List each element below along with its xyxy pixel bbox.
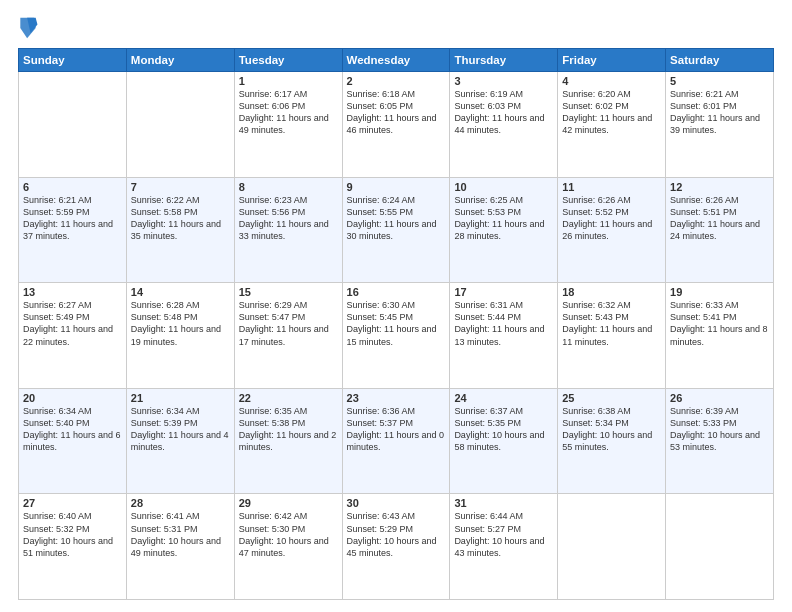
day-number: 16 — [347, 286, 446, 298]
calendar-cell: 15Sunrise: 6:29 AM Sunset: 5:47 PM Dayli… — [234, 283, 342, 389]
day-info: Sunrise: 6:33 AM Sunset: 5:41 PM Dayligh… — [670, 299, 769, 348]
calendar-week-row: 20Sunrise: 6:34 AM Sunset: 5:40 PM Dayli… — [19, 388, 774, 494]
day-number: 4 — [562, 75, 661, 87]
day-number: 8 — [239, 181, 338, 193]
calendar-week-row: 6Sunrise: 6:21 AM Sunset: 5:59 PM Daylig… — [19, 177, 774, 283]
day-number: 23 — [347, 392, 446, 404]
day-number: 19 — [670, 286, 769, 298]
col-tuesday: Tuesday — [234, 49, 342, 72]
day-info: Sunrise: 6:22 AM Sunset: 5:58 PM Dayligh… — [131, 194, 230, 243]
day-number: 30 — [347, 497, 446, 509]
logo-icon — [18, 16, 38, 40]
day-info: Sunrise: 6:26 AM Sunset: 5:52 PM Dayligh… — [562, 194, 661, 243]
day-number: 7 — [131, 181, 230, 193]
calendar-cell: 6Sunrise: 6:21 AM Sunset: 5:59 PM Daylig… — [19, 177, 127, 283]
day-number: 11 — [562, 181, 661, 193]
day-info: Sunrise: 6:21 AM Sunset: 5:59 PM Dayligh… — [23, 194, 122, 243]
calendar-cell: 13Sunrise: 6:27 AM Sunset: 5:49 PM Dayli… — [19, 283, 127, 389]
day-info: Sunrise: 6:20 AM Sunset: 6:02 PM Dayligh… — [562, 88, 661, 137]
day-info: Sunrise: 6:25 AM Sunset: 5:53 PM Dayligh… — [454, 194, 553, 243]
day-number: 14 — [131, 286, 230, 298]
calendar-cell: 30Sunrise: 6:43 AM Sunset: 5:29 PM Dayli… — [342, 494, 450, 600]
calendar-cell: 11Sunrise: 6:26 AM Sunset: 5:52 PM Dayli… — [558, 177, 666, 283]
calendar-cell: 16Sunrise: 6:30 AM Sunset: 5:45 PM Dayli… — [342, 283, 450, 389]
calendar-cell: 5Sunrise: 6:21 AM Sunset: 6:01 PM Daylig… — [666, 72, 774, 178]
calendar-cell: 27Sunrise: 6:40 AM Sunset: 5:32 PM Dayli… — [19, 494, 127, 600]
calendar-cell — [19, 72, 127, 178]
day-number: 26 — [670, 392, 769, 404]
day-info: Sunrise: 6:41 AM Sunset: 5:31 PM Dayligh… — [131, 510, 230, 559]
day-number: 29 — [239, 497, 338, 509]
day-info: Sunrise: 6:32 AM Sunset: 5:43 PM Dayligh… — [562, 299, 661, 348]
day-number: 27 — [23, 497, 122, 509]
calendar-cell: 26Sunrise: 6:39 AM Sunset: 5:33 PM Dayli… — [666, 388, 774, 494]
calendar-cell: 8Sunrise: 6:23 AM Sunset: 5:56 PM Daylig… — [234, 177, 342, 283]
calendar-cell: 22Sunrise: 6:35 AM Sunset: 5:38 PM Dayli… — [234, 388, 342, 494]
calendar-week-row: 1Sunrise: 6:17 AM Sunset: 6:06 PM Daylig… — [19, 72, 774, 178]
day-number: 24 — [454, 392, 553, 404]
col-friday: Friday — [558, 49, 666, 72]
col-sunday: Sunday — [19, 49, 127, 72]
calendar-cell: 2Sunrise: 6:18 AM Sunset: 6:05 PM Daylig… — [342, 72, 450, 178]
day-info: Sunrise: 6:36 AM Sunset: 5:37 PM Dayligh… — [347, 405, 446, 454]
calendar-header-row: Sunday Monday Tuesday Wednesday Thursday… — [19, 49, 774, 72]
day-number: 10 — [454, 181, 553, 193]
day-number: 5 — [670, 75, 769, 87]
calendar-cell: 24Sunrise: 6:37 AM Sunset: 5:35 PM Dayli… — [450, 388, 558, 494]
day-number: 12 — [670, 181, 769, 193]
calendar-cell — [126, 72, 234, 178]
day-number: 31 — [454, 497, 553, 509]
day-info: Sunrise: 6:40 AM Sunset: 5:32 PM Dayligh… — [23, 510, 122, 559]
day-number: 21 — [131, 392, 230, 404]
day-info: Sunrise: 6:35 AM Sunset: 5:38 PM Dayligh… — [239, 405, 338, 454]
day-number: 1 — [239, 75, 338, 87]
day-number: 17 — [454, 286, 553, 298]
day-number: 28 — [131, 497, 230, 509]
calendar-cell: 29Sunrise: 6:42 AM Sunset: 5:30 PM Dayli… — [234, 494, 342, 600]
day-info: Sunrise: 6:26 AM Sunset: 5:51 PM Dayligh… — [670, 194, 769, 243]
calendar-cell — [666, 494, 774, 600]
calendar-cell: 21Sunrise: 6:34 AM Sunset: 5:39 PM Dayli… — [126, 388, 234, 494]
page: Sunday Monday Tuesday Wednesday Thursday… — [0, 0, 792, 612]
col-wednesday: Wednesday — [342, 49, 450, 72]
day-info: Sunrise: 6:44 AM Sunset: 5:27 PM Dayligh… — [454, 510, 553, 559]
calendar-cell: 25Sunrise: 6:38 AM Sunset: 5:34 PM Dayli… — [558, 388, 666, 494]
calendar-cell: 19Sunrise: 6:33 AM Sunset: 5:41 PM Dayli… — [666, 283, 774, 389]
day-number: 2 — [347, 75, 446, 87]
day-info: Sunrise: 6:24 AM Sunset: 5:55 PM Dayligh… — [347, 194, 446, 243]
day-info: Sunrise: 6:27 AM Sunset: 5:49 PM Dayligh… — [23, 299, 122, 348]
calendar-cell: 9Sunrise: 6:24 AM Sunset: 5:55 PM Daylig… — [342, 177, 450, 283]
col-saturday: Saturday — [666, 49, 774, 72]
day-info: Sunrise: 6:43 AM Sunset: 5:29 PM Dayligh… — [347, 510, 446, 559]
day-number: 25 — [562, 392, 661, 404]
day-number: 13 — [23, 286, 122, 298]
calendar-cell — [558, 494, 666, 600]
calendar-cell: 18Sunrise: 6:32 AM Sunset: 5:43 PM Dayli… — [558, 283, 666, 389]
day-info: Sunrise: 6:19 AM Sunset: 6:03 PM Dayligh… — [454, 88, 553, 137]
header — [18, 16, 774, 40]
calendar-cell: 23Sunrise: 6:36 AM Sunset: 5:37 PM Dayli… — [342, 388, 450, 494]
day-info: Sunrise: 6:30 AM Sunset: 5:45 PM Dayligh… — [347, 299, 446, 348]
day-info: Sunrise: 6:39 AM Sunset: 5:33 PM Dayligh… — [670, 405, 769, 454]
calendar-cell: 3Sunrise: 6:19 AM Sunset: 6:03 PM Daylig… — [450, 72, 558, 178]
col-thursday: Thursday — [450, 49, 558, 72]
col-monday: Monday — [126, 49, 234, 72]
calendar-cell: 14Sunrise: 6:28 AM Sunset: 5:48 PM Dayli… — [126, 283, 234, 389]
day-info: Sunrise: 6:17 AM Sunset: 6:06 PM Dayligh… — [239, 88, 338, 137]
day-info: Sunrise: 6:34 AM Sunset: 5:40 PM Dayligh… — [23, 405, 122, 454]
day-number: 15 — [239, 286, 338, 298]
calendar-table: Sunday Monday Tuesday Wednesday Thursday… — [18, 48, 774, 600]
calendar-week-row: 13Sunrise: 6:27 AM Sunset: 5:49 PM Dayli… — [19, 283, 774, 389]
day-number: 22 — [239, 392, 338, 404]
day-info: Sunrise: 6:18 AM Sunset: 6:05 PM Dayligh… — [347, 88, 446, 137]
day-info: Sunrise: 6:28 AM Sunset: 5:48 PM Dayligh… — [131, 299, 230, 348]
calendar-cell: 20Sunrise: 6:34 AM Sunset: 5:40 PM Dayli… — [19, 388, 127, 494]
calendar-week-row: 27Sunrise: 6:40 AM Sunset: 5:32 PM Dayli… — [19, 494, 774, 600]
calendar-cell: 17Sunrise: 6:31 AM Sunset: 5:44 PM Dayli… — [450, 283, 558, 389]
day-number: 18 — [562, 286, 661, 298]
calendar-cell: 10Sunrise: 6:25 AM Sunset: 5:53 PM Dayli… — [450, 177, 558, 283]
day-info: Sunrise: 6:23 AM Sunset: 5:56 PM Dayligh… — [239, 194, 338, 243]
calendar-cell: 31Sunrise: 6:44 AM Sunset: 5:27 PM Dayli… — [450, 494, 558, 600]
day-info: Sunrise: 6:31 AM Sunset: 5:44 PM Dayligh… — [454, 299, 553, 348]
day-number: 6 — [23, 181, 122, 193]
